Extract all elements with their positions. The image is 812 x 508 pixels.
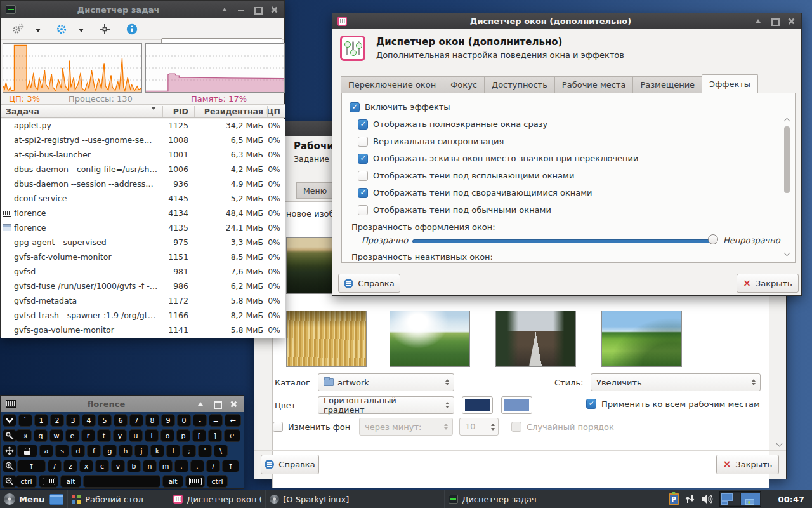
folder-select[interactable]: artwork (318, 373, 454, 391)
keyboard-key[interactable]: 9 (161, 414, 175, 427)
shade-button[interactable] (221, 6, 228, 13)
keyboard-key[interactable]: m (159, 460, 173, 472)
keyboard-key[interactable]: c (95, 460, 109, 472)
keyboard-key[interactable]: k (150, 444, 164, 457)
color1-button[interactable] (462, 396, 493, 414)
keyboard-key[interactable] (39, 475, 58, 488)
table-row[interactable]: at-spi-bus-launcher 1001 6,3 МиБ 0% (1, 148, 285, 163)
change-bg-checkbox-row[interactable]: Изменить фон (273, 422, 350, 432)
taskbar-window-button[interactable]: Рабочий стол (67, 490, 169, 508)
move-key[interactable] (3, 444, 16, 457)
option-checkbox[interactable] (358, 188, 368, 198)
wallpaper-thumbnail-wheat-field[interactable] (286, 311, 367, 367)
workspace-switcher[interactable] (719, 491, 761, 507)
table-row[interactable]: gvfsd-trash --spawner :1.9 /org/gt… 1166… (1, 309, 285, 323)
maximize-button[interactable] (254, 6, 261, 13)
shade-button[interactable] (754, 17, 762, 25)
option-row[interactable]: Отображать тени под всплывающими окнами (358, 167, 773, 184)
keyboard-key[interactable]: ↵ (224, 429, 240, 442)
keyboard-key[interactable]: g (103, 444, 117, 457)
keyboard-key[interactable]: r (81, 429, 95, 442)
option-checkbox[interactable] (350, 102, 360, 112)
keyboard-key[interactable]: l (166, 444, 180, 457)
clock[interactable]: 00:47 (778, 495, 804, 504)
option-row[interactable]: Включить эффекты (350, 98, 773, 116)
keyboard-key[interactable]: a (39, 444, 53, 457)
keyboard-key[interactable]: u (129, 429, 143, 442)
keyboard-key[interactable]: 2 (50, 414, 64, 427)
option-checkbox[interactable] (358, 137, 368, 147)
option-row[interactable]: Отображать тени под сворачивающимися окн… (358, 184, 773, 201)
desktop-pager-icon[interactable] (49, 494, 63, 505)
wallpaper-thumbnail-green-field[interactable] (390, 311, 470, 367)
apply-all-checkbox[interactable] (586, 399, 596, 409)
taskbar-window-button[interactable]: [O SparkyLinux] (265, 490, 444, 508)
color2-button[interactable] (501, 396, 532, 414)
color-style-select[interactable]: Горизонтальный градиент (318, 396, 454, 414)
wallpaper-thumbnail-railroad-track[interactable] (495, 311, 576, 367)
keyboard-key[interactable]: alt (162, 475, 183, 488)
apply-all-checkbox-row[interactable]: Применить ко всем рабочим местам (586, 399, 760, 409)
keyboard-key[interactable] (83, 475, 160, 488)
table-row[interactable]: gvfsd-fuse /run/user/1000/gvfs -f -… 986… (1, 279, 285, 294)
table-row[interactable]: florence 4135 24,1 МиБ 0% (1, 221, 285, 236)
process-actions-icon[interactable] (12, 23, 25, 35)
florence-titlebar[interactable]: florence (1, 396, 244, 412)
option-checkbox[interactable] (358, 205, 368, 215)
minimize-button[interactable] (237, 6, 245, 13)
keyboard-key[interactable]: ] (208, 429, 222, 442)
keyboard-key[interactable]: 4 (82, 414, 96, 427)
change-bg-checkbox[interactable] (273, 422, 283, 432)
keyboard-key[interactable]: . (190, 460, 204, 472)
table-row[interactable]: gvfs-afc-volume-monitor 1151 8,5 МиБ 0% (1, 250, 285, 265)
random-order-checkbox-row[interactable]: Случайный порядок (511, 422, 614, 432)
zoom-out-key[interactable] (3, 475, 16, 488)
keyboard-key[interactable]: 0 (177, 414, 191, 427)
keyboard-key[interactable]: t (97, 429, 111, 442)
table-row[interactable]: dbus-daemon --config-file=/usr/sh… 1006 … (1, 163, 285, 177)
keyboard-key[interactable]: j (134, 444, 148, 457)
keyboard-key[interactable]: ctrl (16, 475, 37, 488)
keyboard-key[interactable] (17, 444, 37, 457)
table-row[interactable]: dconf-service 4145 5,2 МиБ 0% (1, 192, 285, 206)
wallpaper-thumbnail-green-meadow[interactable] (601, 311, 682, 367)
keyboard-key[interactable]: y (113, 429, 127, 442)
keyboard-key[interactable]: i (145, 429, 159, 442)
random-order-checkbox[interactable] (511, 422, 521, 432)
help-button[interactable]: Справка (338, 274, 400, 293)
keyboard-key[interactable]: h (119, 444, 133, 457)
column-pid[interactable]: PID (128, 107, 188, 116)
keyboard-key[interactable]: ← (225, 414, 241, 427)
maximize-button[interactable] (213, 400, 221, 408)
scroll-up-icon[interactable] (785, 117, 790, 123)
settings-key[interactable] (3, 429, 16, 442)
table-row[interactable]: gvfs-goa-volume-monitor 1141 5,8 МиБ 0% (1, 323, 285, 338)
chevron-down-icon[interactable] (79, 29, 84, 32)
table-row[interactable]: gvfsd 981 7,6 МиБ 0% (1, 265, 285, 279)
keyboard-key[interactable]: 7 (129, 414, 143, 427)
zoom-in-key[interactable] (3, 460, 16, 472)
interval-spinner[interactable]: 10 (459, 418, 499, 436)
keyboard-key[interactable]: 3 (66, 414, 80, 427)
task-manager-titlebar[interactable]: Диспетчер задач (1, 1, 284, 18)
keyboard-key[interactable]: 8 (145, 414, 159, 427)
column-cpu[interactable]: ЦП (242, 107, 280, 116)
table-row[interactable]: florence 4134 48,4 МиБ 0% (1, 206, 285, 221)
keyboard-key[interactable]: ` (18, 414, 32, 427)
keyboard-key[interactable]: ↑ (17, 460, 46, 472)
chevron-down-icon[interactable] (36, 29, 41, 32)
keyboard-key[interactable]: v (111, 460, 125, 472)
table-row[interactable]: applet.py 1125 34,2 МиБ 0% (1, 119, 285, 133)
info-icon[interactable] (126, 23, 138, 35)
style-select[interactable]: Увеличить (591, 373, 761, 391)
option-checkbox[interactable] (358, 119, 368, 130)
keyboard-key[interactable]: [ (192, 429, 206, 442)
opacity-slider-handle[interactable] (708, 234, 718, 244)
keyboard-key[interactable]: o (160, 429, 174, 442)
keyboard-key[interactable]: / (206, 460, 220, 472)
spinner-arrows-icon[interactable] (487, 418, 498, 435)
wm-tweaks-titlebar[interactable]: Диспетчер окон (дополнительно) (332, 13, 801, 29)
keyboard-key[interactable]: e (65, 429, 79, 442)
keyboard-key[interactable]: , (174, 460, 188, 472)
network-traffic-icon[interactable] (685, 494, 695, 504)
